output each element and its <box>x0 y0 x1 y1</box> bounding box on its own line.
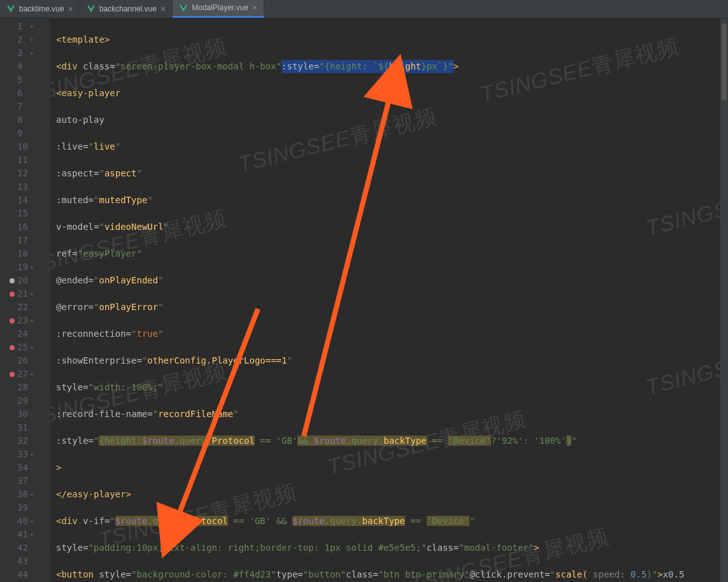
line-number: 30 <box>17 408 28 421</box>
code-line[interactable]: <template> <box>56 33 720 46</box>
fold-icon[interactable]: ▾ <box>30 528 34 541</box>
line-number: 28 <box>17 381 28 394</box>
line-number: 16 <box>17 220 28 234</box>
code-line[interactable]: </easy-player> <box>56 488 720 501</box>
line-number: 20 <box>17 274 28 287</box>
editor-root: TSINGSEE青犀视频 TSINGSEE青犀视频 TSINGSEE青犀视频 T… <box>0 0 728 582</box>
tab-backchannel[interactable]: backchannel.vue × <box>80 0 173 18</box>
line-number: 2 <box>17 33 22 46</box>
line-number: 18 <box>17 247 28 260</box>
close-icon[interactable]: × <box>252 1 257 15</box>
breakpoint-icon[interactable] <box>10 345 15 350</box>
fold-icon[interactable]: ▾ <box>30 488 34 501</box>
close-icon[interactable]: × <box>161 3 166 16</box>
line-number: 10 <box>17 140 28 153</box>
line-number: 42 <box>17 541 28 555</box>
line-number: 3 <box>17 46 22 60</box>
breakpoint-icon[interactable] <box>10 292 15 297</box>
code-line[interactable]: :record-file-name="recordFileName" <box>56 408 720 421</box>
line-number: 24 <box>17 327 28 341</box>
line-number: 41 <box>17 528 28 541</box>
line-number: 1 <box>17 20 22 33</box>
bookmark-icon[interactable] <box>10 278 15 283</box>
line-number: 12 <box>17 167 28 180</box>
code-line[interactable]: style="padding:10px;text-align: right;bo… <box>56 541 720 555</box>
line-number: 15 <box>17 207 28 220</box>
code-line[interactable]: @ended="onPlayEnded" <box>56 274 720 287</box>
code-line[interactable]: > <box>56 461 720 474</box>
fold-icon[interactable]: ▾ <box>30 287 34 301</box>
line-number: 6 <box>17 87 22 100</box>
line-number: 13 <box>17 180 28 194</box>
code-line[interactable]: <div class="sereen-player-box-modal h-bo… <box>56 60 720 73</box>
code-line[interactable]: :muted="mutedType" <box>56 194 720 207</box>
breakpoint-icon[interactable] <box>10 318 15 323</box>
line-number: 4 <box>17 60 22 73</box>
error-stripe <box>0 18 8 582</box>
vue-icon <box>6 4 15 13</box>
line-number: 34 <box>17 461 28 474</box>
vue-icon <box>179 4 188 13</box>
line-number: 19 <box>17 260 28 274</box>
code-line[interactable]: :style="{height:$route.query.Protocol ==… <box>56 434 720 448</box>
code-line[interactable]: ref="easyPlayer" <box>56 247 720 260</box>
code-line[interactable]: style="width: 100%;" <box>56 381 720 394</box>
line-number: 38 <box>17 488 28 501</box>
line-number: 39 <box>17 501 28 515</box>
fold-icon[interactable]: ▾ <box>30 46 34 60</box>
fold-icon[interactable]: ▾ <box>30 314 34 327</box>
tab-label: backchannel.vue <box>99 3 157 16</box>
line-number: 25 <box>17 341 28 354</box>
line-number: 29 <box>17 394 28 408</box>
line-number: 5 <box>17 73 22 87</box>
line-number: 31 <box>17 421 28 434</box>
code-area[interactable]: <template> <div class="sereen-player-box… <box>50 18 720 582</box>
code-editor[interactable]: 1▾ 2▾ 3▾ 4 5 6 7 8 9 10 11 12 13 14 15 1… <box>0 18 728 582</box>
breakpoint-icon[interactable] <box>10 372 15 377</box>
code-line[interactable]: :reconnection="true" <box>56 327 720 341</box>
fold-icon[interactable]: ▾ <box>30 260 34 274</box>
scrollbar-thumb[interactable] <box>722 24 727 100</box>
line-number: 9 <box>17 127 22 140</box>
line-number: 37 <box>17 474 28 488</box>
line-number: 17 <box>17 234 28 247</box>
fold-icon[interactable]: ▾ <box>30 448 34 461</box>
gutter[interactable]: 1▾ 2▾ 3▾ 4 5 6 7 8 9 10 11 12 13 14 15 1… <box>8 18 50 582</box>
line-number: 22 <box>17 301 28 314</box>
scrollbar[interactable] <box>720 18 728 582</box>
tab-label: ModalPlayer.vue <box>192 1 248 15</box>
line-number: 11 <box>17 153 28 167</box>
fold-icon[interactable]: ▾ <box>30 515 34 528</box>
code-line[interactable]: <easy-player <box>56 87 720 100</box>
vue-icon <box>87 4 96 13</box>
line-number: 7 <box>17 100 22 113</box>
code-line[interactable]: :showEnterprise="otherConfig.PlayerLogo=… <box>56 354 720 367</box>
code-line[interactable]: :live="live" <box>56 140 720 153</box>
line-number: 27 <box>17 367 28 381</box>
code-line[interactable]: :aspect="aspect" <box>56 167 720 180</box>
code-line[interactable]: v-model="videoNewUrl" <box>56 220 720 234</box>
line-number: 43 <box>17 555 28 568</box>
line-number: 33 <box>17 448 28 461</box>
tab-modalplayer[interactable]: ModalPlayer.vue × <box>173 0 264 18</box>
fold-icon[interactable]: ▾ <box>30 33 34 46</box>
line-number: 32 <box>17 434 28 448</box>
code-line[interactable]: <div v-if="$route.query.Protocol == 'GB'… <box>56 515 720 528</box>
tab-bar: backtime.vue × backchannel.vue × ModalPl… <box>0 0 728 18</box>
tab-backtime[interactable]: backtime.vue × <box>0 0 80 18</box>
line-number: 14 <box>17 194 28 207</box>
close-icon[interactable]: × <box>68 3 73 16</box>
fold-icon[interactable]: ▾ <box>30 367 34 381</box>
line-number: 40 <box>17 515 28 528</box>
code-line[interactable]: @error="onPlayError" <box>56 301 720 314</box>
fold-icon[interactable]: ▾ <box>30 341 34 354</box>
line-number: 21 <box>17 287 28 301</box>
code-line[interactable]: <button style="background-color: #ff4d23… <box>56 568 720 581</box>
line-number: 44 <box>17 568 28 581</box>
fold-icon[interactable]: ▾ <box>30 20 34 33</box>
code-line[interactable]: auto-play <box>56 113 720 127</box>
line-number: 23 <box>17 314 28 327</box>
tab-label: backtime.vue <box>19 3 64 16</box>
line-number: 26 <box>17 354 28 367</box>
line-number: 8 <box>17 113 22 127</box>
